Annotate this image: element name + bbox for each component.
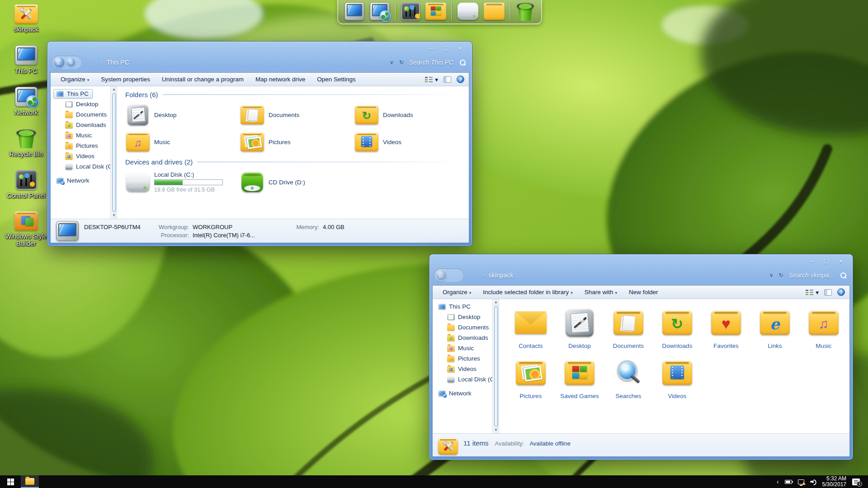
back-button[interactable]: ← — [435, 269, 447, 281]
maximize-button[interactable]: □ — [819, 257, 834, 265]
sidebar-item[interactable]: Local Disk (C:) — [433, 374, 492, 385]
start-button[interactable] — [0, 475, 21, 488]
folder-tile[interactable]: Pictures — [240, 130, 354, 154]
minimize-button[interactable]: – — [805, 257, 819, 265]
include-in-library-menu[interactable]: Include selected folder in library▾ — [483, 289, 572, 296]
volume-icon[interactable] — [810, 479, 816, 484]
hidden-icons-chevron[interactable]: ‹ — [777, 478, 779, 485]
sidebar-item[interactable]: Music — [51, 130, 110, 141]
maximize-button[interactable]: □ — [439, 44, 453, 52]
file-tile[interactable]: Videos — [654, 355, 701, 399]
breadcrumb[interactable]: › This PC — [101, 59, 129, 66]
help-icon[interactable]: ? — [837, 288, 845, 296]
sidebar-item[interactable]: Documents — [433, 322, 492, 333]
folder-tile[interactable]: Desktop — [125, 103, 240, 127]
dock-network-icon[interactable] — [370, 2, 390, 20]
sidebar-item[interactable]: Network — [433, 385, 492, 399]
help-icon[interactable]: ? — [457, 75, 464, 83]
desktop-icon-control-panel[interactable]: Control Panel — [5, 170, 47, 199]
organize-menu[interactable]: Organize▾ — [443, 289, 471, 296]
minimize-button[interactable]: – — [424, 44, 439, 52]
views-button[interactable]: ▾ — [425, 76, 438, 83]
chevron-down-icon[interactable]: ∨ — [769, 272, 774, 278]
titlebar[interactable]: – □ × — [50, 42, 469, 54]
dock-this-pc-icon[interactable] — [344, 2, 364, 20]
desktop-icon-network[interactable]: Network — [5, 87, 47, 116]
scroll-up-icon[interactable]: ▲ — [112, 87, 116, 92]
sidebar-item[interactable]: This PC — [51, 89, 110, 99]
scroll-up-icon[interactable]: ▲ — [494, 300, 498, 305]
sidebar-scrollbar[interactable]: ▲ ▼ — [110, 86, 117, 219]
cd-drive-tile[interactable]: CD Drive (D:) — [240, 170, 354, 194]
dock-drive-icon[interactable] — [458, 3, 478, 20]
breadcrumb-location[interactable]: skinpack — [489, 272, 513, 279]
battery-icon[interactable] — [785, 480, 792, 484]
preview-pane-icon[interactable] — [443, 76, 451, 83]
sidebar-item[interactable]: Videos — [51, 151, 110, 161]
command-bar-item[interactable]: Map network drive — [255, 76, 305, 83]
desktop-icon-recycle-bin[interactable]: Recycle Bin — [5, 128, 47, 158]
command-bar-item[interactable]: Uninstall or change a program — [162, 76, 244, 83]
folder-tile[interactable]: Videos — [354, 130, 468, 154]
file-tile[interactable]: Searches — [605, 355, 652, 399]
share-with-menu[interactable]: Share with▾ — [585, 289, 617, 296]
desktop-icon-skinpack[interactable]: skinpack — [5, 5, 47, 33]
file-tile[interactable]: Pictures — [507, 355, 554, 399]
file-tile[interactable]: Documents — [605, 305, 652, 349]
close-button[interactable]: × — [453, 44, 467, 52]
command-bar-item[interactable]: Open Settings — [317, 76, 356, 83]
sidebar-item[interactable]: Music — [433, 343, 492, 353]
file-tile[interactable]: Downloads — [654, 305, 701, 349]
sidebar-item[interactable]: Pictures — [433, 353, 492, 364]
titlebar[interactable]: – □ × — [432, 254, 850, 267]
file-tile[interactable]: Contacts — [507, 305, 554, 349]
sidebar-item[interactable]: This PC — [433, 301, 492, 312]
scrollbar-thumb[interactable] — [112, 93, 116, 212]
folder-tile[interactable]: Documents — [240, 103, 354, 127]
network-status-icon[interactable] — [798, 479, 804, 484]
dock-folder-icon[interactable] — [484, 3, 505, 20]
close-button[interactable]: × — [834, 257, 848, 265]
scrollbar-thumb[interactable] — [494, 306, 498, 427]
file-tile[interactable]: Favorites — [703, 305, 750, 349]
dock-control-panel-icon[interactable] — [401, 2, 420, 20]
scroll-down-icon[interactable]: ▼ — [112, 213, 116, 218]
desktop-icon-this-pc[interactable]: This PC — [5, 45, 47, 75]
dock-saved-games-icon[interactable] — [425, 3, 446, 20]
preview-pane-icon[interactable] — [824, 289, 832, 296]
scroll-down-icon[interactable]: ▼ — [494, 427, 498, 433]
breadcrumb[interactable]: › skinpack — [483, 272, 513, 279]
sidebar-item[interactable]: Desktop — [433, 312, 492, 322]
taskbar-clock[interactable]: 5:32 AM 5/30/2017 — [822, 476, 846, 488]
sidebar-item[interactable]: Pictures — [51, 141, 110, 151]
file-tile[interactable]: Desktop — [556, 305, 603, 349]
action-center-icon[interactable]: 1 — [852, 479, 860, 485]
organize-menu[interactable]: Organize▾ — [61, 76, 89, 83]
refresh-icon[interactable]: ↻ — [399, 59, 404, 66]
sidebar-item[interactable]: Downloads — [433, 333, 492, 343]
command-bar-item[interactable]: System properties — [101, 76, 150, 83]
sidebar-item[interactable]: Downloads — [51, 120, 110, 130]
new-folder-button[interactable]: New folder — [629, 289, 658, 296]
desktop-icon-style-builder[interactable]: Windows Style Builder — [5, 211, 47, 247]
sidebar-item[interactable]: Documents — [51, 109, 110, 120]
sidebar-scrollbar[interactable]: ▲ ▼ — [492, 299, 499, 433]
search-icon[interactable] — [840, 272, 846, 278]
file-tile[interactable]: Links — [751, 305, 798, 349]
sidebar-item[interactable]: Videos — [433, 364, 492, 374]
search-input[interactable]: Search skinpa... — [789, 272, 834, 279]
file-tile[interactable]: Saved Games — [556, 355, 603, 399]
folder-tile[interactable]: Downloads — [354, 103, 468, 127]
search-icon[interactable] — [460, 60, 466, 66]
views-button[interactable]: ▾ — [806, 289, 819, 296]
chevron-down-icon[interactable]: ∨ — [390, 59, 394, 66]
back-button[interactable]: ← — [53, 56, 65, 68]
dock-recycle-bin-icon[interactable] — [516, 2, 535, 21]
breadcrumb-location[interactable]: This PC — [107, 59, 129, 66]
forward-button[interactable]: → — [66, 57, 76, 67]
local-disk-tile[interactable]: Local Disk (C:) 18.6 GB free of 31.5 GB — [125, 170, 240, 194]
sidebar-item[interactable]: Local Disk (C:) — [51, 161, 110, 172]
folder-tile[interactable]: Music — [125, 130, 240, 154]
file-tile[interactable]: Music — [800, 305, 847, 349]
search-input[interactable]: Search This PC — [409, 59, 453, 66]
